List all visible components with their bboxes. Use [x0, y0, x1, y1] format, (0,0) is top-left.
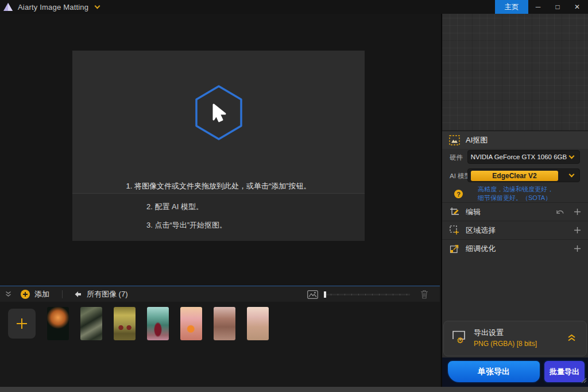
expand-plus-icon[interactable]: [574, 226, 581, 234]
edit-icon: [450, 207, 459, 217]
hardware-label: 硬件: [450, 153, 463, 162]
export-settings-box[interactable]: ⚙ 导出设置 PNG (RGBA) [8 bits]: [443, 321, 587, 356]
export-buttons-area: 单张导出 批量导出: [442, 358, 588, 387]
collapse-up-icon[interactable]: [567, 334, 576, 341]
app-window: Aiarty Image Matting 主页 ─ □ ✕ 1. 将图像文件或文…: [0, 0, 588, 392]
ai-model-value[interactable]: EdgeClear V2: [471, 171, 558, 181]
chevron-down-icon[interactable]: [95, 3, 100, 9]
close-button[interactable]: ✕: [567, 0, 587, 14]
resize-grip[interactable]: [580, 375, 587, 386]
undo-icon[interactable]: [555, 209, 564, 216]
thumbnail-woman-pink-flowers[interactable]: [247, 307, 269, 340]
plus-icon: [16, 317, 28, 330]
edit-panel-row[interactable]: 编辑: [442, 202, 588, 221]
trash-icon[interactable]: [420, 290, 428, 299]
instruction-lower-section: 2. 配置 AI 模型。 3. 点击“导出”开始抠图。: [72, 193, 365, 241]
region-select-icon: [450, 225, 459, 235]
thumbnail-dark-foliage[interactable]: [80, 307, 102, 340]
minimize-button[interactable]: ─: [528, 0, 548, 14]
model-description-line2: 细节保留更好。（SOTA）: [478, 194, 554, 202]
region-select-panel-row[interactable]: 区域选择: [442, 221, 588, 239]
ai-matting-icon: [449, 135, 460, 145]
instruction-step-1: 1. 将图像文件或文件夹拖放到此处，或单击“添加”按钮。: [72, 181, 365, 191]
all-images-label[interactable]: 所有图像 (7): [87, 289, 128, 299]
export-batch-button[interactable]: 批量导出: [543, 360, 586, 383]
filmstrip: [0, 302, 440, 387]
canvas-area: 1. 将图像文件或文件夹拖放到此处，或单击“添加”按钮。 2. 配置 AI 模型…: [0, 14, 440, 286]
thumbnail-jellyfish[interactable]: [47, 307, 69, 340]
chevron-down-icon: [569, 153, 575, 159]
edit-panel-label: 编辑: [466, 207, 481, 217]
home-button[interactable]: 主页: [495, 0, 528, 14]
back-arrow-icon[interactable]: [74, 291, 82, 298]
thumbnail-size-slider[interactable]: [324, 294, 410, 295]
window-bottom-edge: [0, 387, 588, 392]
maximize-button[interactable]: □: [548, 0, 567, 14]
title-bar: Aiarty Image Matting 主页 ─ □ ✕: [0, 0, 588, 14]
model-description-line1: 高精度，边缘和锐度更好，: [478, 185, 554, 194]
refine-panel-label: 细调优化: [466, 244, 496, 254]
gear-icon: ⚙: [457, 336, 464, 344]
cursor-hexagon-icon: [193, 84, 245, 144]
thumbnail-red-bicycle[interactable]: [114, 307, 136, 340]
instruction-step-3: 3. 点击“导出”开始抠图。: [146, 220, 227, 230]
hardware-value: NVIDIA GeForce GTX 1060 6GB: [468, 153, 570, 160]
add-image-tile[interactable]: [8, 309, 36, 339]
region-select-panel-label: 区域选择: [466, 225, 496, 236]
histogram-grid: [442, 14, 588, 131]
model-description: 高精度，边缘和锐度更好， 细节保留更好。（SOTA）: [478, 185, 554, 202]
thumbnail-woman-orange-bouquet[interactable]: [180, 307, 202, 340]
app-logo-icon: [3, 2, 13, 11]
hardware-dropdown[interactable]: NVIDIA GeForce GTX 1060 6GB: [467, 150, 580, 164]
instruction-step-2: 2. 配置 AI 模型。: [146, 202, 203, 212]
chevron-down-icon: [569, 172, 575, 178]
slider-handle[interactable]: [324, 291, 326, 298]
help-icon[interactable]: ?: [454, 190, 463, 198]
export-format-value: PNG (RGBA) [8 bits]: [474, 340, 537, 348]
filmstrip-toolbar: 添加 所有图像 (7): [0, 286, 440, 302]
ai-matting-section-header[interactable]: AI抠图: [442, 132, 588, 149]
ai-model-row: AI 模型 EdgeClear V2: [442, 168, 588, 184]
add-label[interactable]: 添加: [34, 289, 49, 299]
ai-matting-title: AI抠图: [466, 135, 488, 145]
export-settings-title: 导出设置: [474, 328, 504, 338]
plus-icon: [22, 291, 28, 297]
toolbar-divider: [62, 290, 63, 298]
thumbnail-woman-red-dress-forest[interactable]: [147, 307, 169, 340]
refine-icon: [450, 244, 459, 253]
image-size-icon: [307, 290, 318, 299]
refine-panel-row[interactable]: 细调优化: [442, 239, 588, 258]
image-drop-zone[interactable]: 1. 将图像文件或文件夹拖放到此处，或单击“添加”按钮。 2. 配置 AI 模型…: [72, 51, 365, 241]
export-single-button[interactable]: 单张导出: [447, 360, 541, 383]
app-title: Aiarty Image Matting: [18, 3, 88, 11]
collapse-strip-icon[interactable]: [5, 291, 11, 297]
thumbnail-zoom-cluster: [307, 286, 428, 302]
ai-model-dropdown[interactable]: EdgeClear V2: [467, 168, 580, 182]
right-panel: AI抠图 硬件 NVIDIA GeForce GTX 1060 6GB AI 模…: [441, 14, 588, 387]
hardware-row: 硬件 NVIDIA GeForce GTX 1060 6GB: [442, 149, 588, 166]
thumbnail-woman-garden-roses[interactable]: [214, 307, 235, 340]
expand-plus-icon[interactable]: [574, 245, 581, 252]
expand-plus-icon[interactable]: [574, 208, 581, 216]
add-images-button[interactable]: [21, 290, 30, 299]
